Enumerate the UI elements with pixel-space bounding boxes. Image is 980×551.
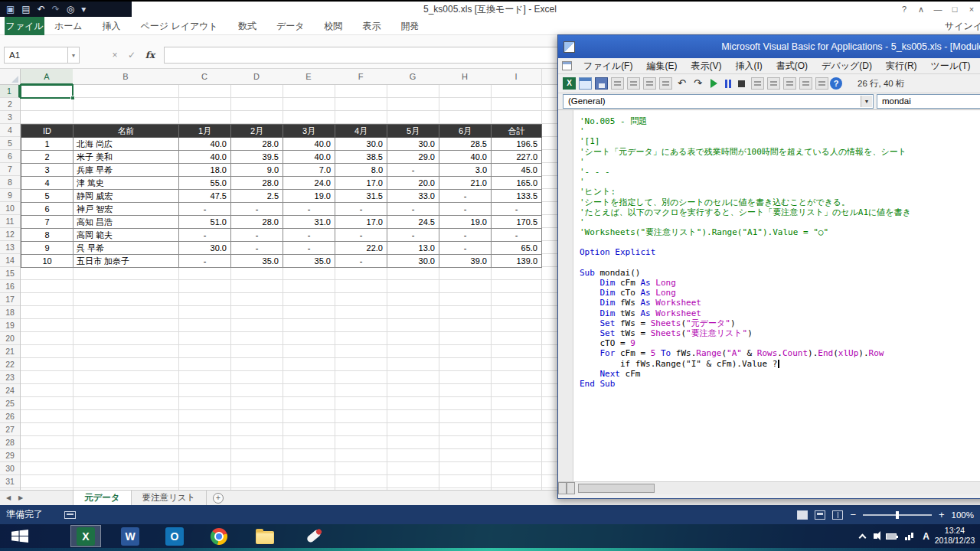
code-line[interactable]	[580, 258, 980, 268]
table-header-cell[interactable]: 6月	[439, 125, 492, 138]
cell[interactable]: 10	[21, 255, 74, 268]
column-header-f[interactable]: F	[335, 69, 387, 85]
add-sheet-button[interactable]: +	[213, 493, 224, 504]
table-header-cell[interactable]: 名前	[74, 125, 179, 138]
scrollbar-thumb[interactable]	[578, 484, 655, 493]
minimize-icon[interactable]: —	[929, 2, 946, 17]
code-line[interactable]: 'シートを指定して、別のシートのセルに値を書き込むことができる。	[580, 197, 980, 207]
cell[interactable]: 1	[21, 138, 74, 151]
break-icon[interactable]	[725, 80, 727, 88]
column-header-g[interactable]: G	[387, 69, 439, 85]
cell[interactable]: 51.0	[179, 216, 231, 229]
split-handle[interactable]	[558, 482, 567, 494]
code-line[interactable]: Dim cFm As Long	[580, 278, 980, 288]
code-line[interactable]: 'たとえば、以下のマクロを実行すると、シート「要注意リスト」のセルA1に値を書き	[580, 207, 980, 217]
chrome-taskbar-icon[interactable]	[204, 525, 234, 547]
row-header-27[interactable]: 27	[0, 423, 20, 436]
code-line[interactable]: '	[580, 157, 980, 167]
file-tab[interactable]: ファイル	[5, 17, 44, 35]
cell[interactable]: 165.0	[492, 177, 542, 190]
cell[interactable]: 30.0	[335, 138, 387, 151]
cell[interactable]: 29.0	[387, 151, 439, 164]
column-header-c[interactable]: C	[178, 69, 230, 85]
vbe-menu-item[interactable]: ファイル(F)	[577, 58, 639, 74]
code-line[interactable]: Sub mondai()	[580, 268, 980, 278]
cell[interactable]: 高知 昌浩	[74, 216, 179, 229]
cell[interactable]: 170.5	[492, 216, 542, 229]
cell[interactable]: 18.0	[179, 164, 231, 177]
column-header-b[interactable]: B	[73, 69, 178, 85]
object-combo[interactable]: (General)▼	[563, 94, 874, 109]
vbe-menu-item[interactable]: 書式(O)	[769, 58, 815, 74]
ribbon-tab[interactable]: 開発	[390, 17, 429, 35]
ribbon-tab[interactable]: 挿入	[93, 17, 131, 35]
cell[interactable]: 38.5	[335, 151, 387, 164]
maximize-icon[interactable]: □	[946, 2, 963, 17]
sheet-tab[interactable]: 要注意リスト	[132, 491, 207, 505]
code-line[interactable]: End Sub	[580, 379, 980, 389]
row-header-8[interactable]: 8	[0, 176, 20, 189]
cut-icon[interactable]	[611, 77, 624, 90]
object-browser-icon[interactable]	[799, 77, 812, 90]
table-header-cell[interactable]: 2月	[231, 125, 283, 138]
cell[interactable]: 31.0	[283, 216, 335, 229]
code-line[interactable]: 'ヒント:	[580, 187, 980, 197]
code-line[interactable]: For cFm = 5 To fWs.Range("A" & Rows.Coun…	[580, 348, 980, 358]
code-line[interactable]	[580, 237, 980, 247]
row-header-21[interactable]: 21	[0, 345, 20, 358]
project-explorer-icon[interactable]	[767, 77, 780, 90]
row-header-18[interactable]: 18	[0, 306, 20, 319]
excel-app-icon[interactable]: ▣	[6, 2, 15, 17]
cell[interactable]: -	[335, 229, 387, 242]
vbe-title-bar[interactable]: Microsoft Visual Basic for Applications …	[558, 35, 980, 58]
cell[interactable]: -	[231, 229, 283, 242]
cell[interactable]: 24.0	[283, 177, 335, 190]
redo-icon[interactable]: ↷	[691, 77, 704, 90]
vbe-menu-item[interactable]: 挿入(I)	[728, 58, 769, 74]
row-header-15[interactable]: 15	[0, 267, 20, 280]
table-header-cell[interactable]: 合計	[492, 125, 542, 138]
row-header-28[interactable]: 28	[0, 436, 20, 449]
row-header-31[interactable]: 31	[0, 475, 20, 488]
cell[interactable]: -	[283, 242, 335, 255]
code-line[interactable]: Dim fWs As Worksheet	[580, 298, 980, 308]
row-header-3[interactable]: 3	[0, 111, 20, 124]
qat-customize-icon[interactable]: ▾	[81, 2, 86, 17]
table-header-cell[interactable]: 1月	[179, 125, 231, 138]
row-header-30[interactable]: 30	[0, 462, 20, 475]
code-line[interactable]: Dim cTo As Long	[580, 288, 980, 298]
row-header-24[interactable]: 24	[0, 384, 20, 397]
cell[interactable]: 30.0	[387, 138, 439, 151]
cell[interactable]: -	[439, 203, 492, 216]
row-header-17[interactable]: 17	[0, 293, 20, 306]
vbe-menu-item[interactable]: デバッグ(D)	[815, 58, 879, 74]
cell[interactable]: 28.0	[231, 216, 283, 229]
sign-in-button[interactable]: サインイ	[945, 17, 980, 35]
fill-handle[interactable]	[70, 96, 75, 100]
battery-icon[interactable]	[886, 533, 897, 540]
cell[interactable]: 17.0	[335, 216, 387, 229]
row-header-20[interactable]: 20	[0, 332, 20, 345]
cell[interactable]: -	[387, 164, 439, 177]
find-icon[interactable]	[659, 77, 672, 90]
vbe-menu-item[interactable]: 表示(V)	[684, 58, 728, 74]
cell[interactable]: 196.5	[492, 138, 542, 151]
insert-function-icon[interactable]: fx	[142, 47, 158, 64]
cell[interactable]: 5	[21, 190, 74, 203]
table-header-cell[interactable]: 3月	[283, 125, 335, 138]
help-icon[interactable]: ?	[830, 77, 842, 90]
cell[interactable]: 65.0	[492, 242, 542, 255]
cell[interactable]: -	[283, 229, 335, 242]
cell[interactable]: 神戸 智宏	[74, 203, 179, 216]
column-header-d[interactable]: D	[230, 69, 283, 85]
cell[interactable]: 22.0	[335, 242, 387, 255]
row-header-23[interactable]: 23	[0, 371, 20, 384]
search-icon[interactable]: ◎	[67, 2, 74, 17]
cell[interactable]: 8	[21, 229, 74, 242]
zoom-in-button[interactable]: +	[939, 505, 945, 524]
ribbon-tab[interactable]: 校閲	[314, 17, 352, 35]
row-header-25[interactable]: 25	[0, 397, 20, 410]
cell[interactable]: 139.0	[492, 255, 542, 268]
cell[interactable]: 9.0	[231, 164, 283, 177]
cell[interactable]: 高岡 範夫	[74, 229, 179, 242]
